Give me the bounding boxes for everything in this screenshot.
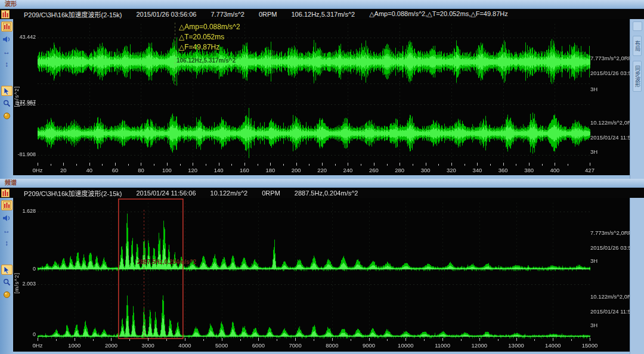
x-tick-label: 60: [112, 167, 119, 173]
delta-readout: △Amp=0.088m/s^2,△T=20.052ms,△F=49.87Hz: [369, 10, 508, 18]
x-tick-label: 300: [421, 167, 431, 173]
x-tick-label: 200: [292, 167, 301, 173]
zoom-button[interactable]: [1, 98, 13, 108]
spectrum-canvas: [13, 198, 630, 352]
x-tick-label: 320: [447, 167, 456, 173]
x-tick-label: 140: [214, 167, 224, 173]
trace1-date: 2015/01/26 03:56:06: [590, 70, 630, 76]
trace1-channel: 3H: [590, 86, 597, 92]
dataset-path: P209/C\3H\16k加速度波形(2-15k): [24, 10, 122, 19]
delta-freq: △F=49.87Hz: [179, 42, 240, 52]
layout-vertical-tab[interactable]: 布局: [633, 36, 642, 56]
x-tick-label: 20: [60, 167, 67, 173]
amplitude-value: 7.773m/s^2: [210, 11, 244, 18]
marker-ball-button[interactable]: [1, 111, 13, 121]
x-tick-label: 12000: [472, 342, 487, 349]
x-tick-label: 14000: [545, 342, 561, 349]
x-tick-label: 280: [395, 167, 404, 173]
x-tick-label: 427: [585, 167, 595, 173]
pan-vertical-button[interactable]: ↕: [1, 238, 13, 248]
histogram-button[interactable]: [1, 200, 13, 210]
marker-ball-button[interactable]: [1, 290, 13, 300]
x-tick-label: 13000: [508, 342, 524, 349]
x-tick-label: 340: [472, 167, 482, 173]
tab-spectrum[interactable]: 频谱: [0, 179, 21, 187]
trace2-channel: 3H: [590, 322, 597, 328]
x-tick-label: 2000: [105, 342, 117, 349]
right-strip: [630, 198, 644, 354]
y-zero-spectrum2: 0: [13, 331, 36, 337]
cursor-select-button[interactable]: [1, 265, 13, 275]
trace1-date: 2015/01/26 03:56:06: [590, 244, 630, 251]
x-tick-label: 6000: [252, 342, 265, 349]
pan-vertical-button[interactable]: ↕: [1, 59, 13, 69]
cursor-overlay-label: 106.12Hz,5.317m/s^2: [177, 57, 236, 64]
waveform-titlebar: P209/C\3H\16k加速度波形(2-15k) 2015/01/26 03:…: [0, 9, 644, 19]
x-tick-label: 360: [499, 167, 508, 173]
cursor-overlay-label: 2887.5Hz,0.204m/s^2: [137, 259, 196, 265]
measurement-datetime: 2015/01/24 11:56:06: [136, 190, 196, 197]
spectrum-list-icon[interactable]: [1, 188, 10, 197]
sync-waveform-vertical-tab[interactable]: 同步波形: [633, 61, 642, 92]
y-max-spectrum1: 1.628: [13, 208, 36, 214]
pan-horizontal-button[interactable]: ↔: [1, 46, 13, 57]
tab-waveform[interactable]: 波形: [0, 0, 21, 8]
x-tick-label: 380: [524, 167, 534, 173]
histogram-button[interactable]: [1, 21, 13, 32]
dataset-path: P209/C\3H\16k加速度波形(2-15k): [24, 188, 122, 198]
vibration-analysis-app: 波形 P209/C\3H\16k加速度波形(2-15k) 2015/01/26 …: [0, 0, 644, 354]
x-tick-label: 100: [162, 167, 172, 173]
spectrum-toolbar: ↔ ↕: [0, 198, 13, 354]
y-max-trace1: 43.442: [13, 34, 36, 40]
waveform-window: 波形 P209/C\3H\16k加速度波形(2-15k) 2015/01/26 …: [0, 0, 644, 179]
x-tick-label: 220: [317, 167, 327, 173]
waveform-body: ↔ ↕ 43.442 -37.967 115.302 -81.908 [m/s^…: [0, 19, 644, 179]
delta-amp: △Amp=0.088m/s^2: [179, 22, 240, 32]
speaker-button[interactable]: [1, 34, 13, 44]
waveform-list-icon[interactable]: [1, 10, 10, 18]
trace1-info: 7.773m/s^2,0RPM: [590, 55, 630, 61]
rpm-value: 0RPM: [262, 190, 280, 197]
measurement-datetime: 2015/01/26 03:56:06: [136, 11, 196, 18]
pan-horizontal-button[interactable]: ↔: [1, 225, 13, 235]
x-tick-label: 7000: [289, 342, 302, 349]
x-tick-label: 10000: [398, 342, 413, 349]
spectrum-body: ↔ ↕ 1.628 0 2.003 0 [m/s^2] 2887.5Hz,0.2…: [0, 198, 644, 354]
zoom-button[interactable]: [1, 277, 13, 287]
x-tick-label: 4000: [178, 342, 191, 349]
trace2-channel: 3H: [590, 148, 597, 155]
trace1-channel: 3H: [590, 257, 597, 264]
trace2-info: 10.122m/s^2,0RPM: [590, 119, 630, 126]
rpm-value: 0RPM: [259, 11, 277, 18]
y-min-trace2: -81.908: [13, 151, 36, 157]
panel-corner-button[interactable]: [633, 21, 642, 31]
x-tick-label: 260: [369, 167, 379, 173]
waveform-plot[interactable]: 43.442 -37.967 115.302 -81.908 [m/s^2] △…: [13, 19, 630, 175]
x-tick-label: 9000: [363, 342, 375, 349]
trace2-info: 10.122m/s^2,0RPM: [590, 293, 630, 300]
cursor-reading: 2887.5Hz,0.204m/s^2: [295, 190, 358, 197]
trace1-info: 7.773m/s^2,0RPM: [590, 229, 630, 236]
speaker-button[interactable]: [1, 213, 13, 223]
x-tick-label: 400: [550, 167, 560, 173]
spectrum-tabstrip: 频谱: [0, 179, 644, 188]
spectrum-titlebar: P209/C\3H\16k加速度波形(2-15k) 2015/01/24 11:…: [0, 188, 644, 198]
right-tab-strip: 布局 同步波形: [630, 19, 644, 179]
amplitude-value: 10.122m/s^2: [210, 190, 248, 197]
y-axis-unit: [m/s^2]: [14, 86, 20, 107]
x-tick-label: 8000: [326, 342, 338, 349]
waveform-tabstrip: 波形: [0, 0, 644, 9]
trace2-date: 2015/01/24 11:56:06: [590, 308, 630, 315]
spectrum-x-axis: 0Hz1000200030004000500060007000800090001…: [13, 342, 630, 349]
x-tick-label: 120: [188, 167, 197, 173]
trace2-date: 2015/01/24 11:56:06: [590, 134, 630, 141]
x-tick-label: 160: [240, 167, 249, 173]
x-tick-label: 15000: [582, 342, 597, 349]
cursor-select-button[interactable]: [1, 86, 13, 96]
x-tick-label: 180: [265, 167, 275, 173]
waveform-canvas: [13, 19, 630, 175]
x-tick-label: 3000: [142, 342, 154, 349]
x-tick-label: 0Hz: [33, 342, 43, 349]
spectrum-plot[interactable]: 1.628 0 2.003 0 [m/s^2] 2887.5Hz,0.204m/…: [13, 198, 630, 352]
x-tick-label: 40: [86, 167, 92, 173]
